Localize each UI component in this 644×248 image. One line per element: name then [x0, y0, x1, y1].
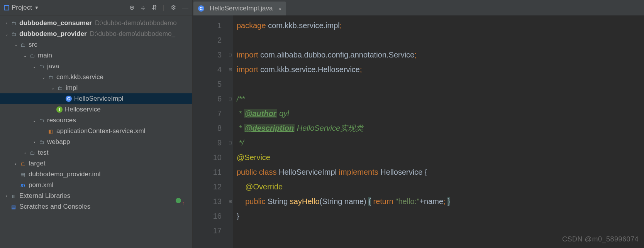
close-icon[interactable]: × [278, 5, 281, 12]
fold-mark[interactable] [227, 165, 233, 179]
folder-icon: 🗀 [29, 52, 36, 59]
folder-icon: 🗀 [29, 149, 36, 156]
twisty-icon[interactable]: › [22, 151, 29, 155]
project-label: Project [12, 4, 32, 12]
locate-icon[interactable]: ⊕ [129, 4, 134, 11]
code-line[interactable]: */ [237, 135, 644, 150]
twisty-icon[interactable]: › [3, 194, 10, 198]
tree-row[interactable]: ⌄🗀resources [0, 115, 192, 126]
line-gutter[interactable]: 12345678910111213↑1617 [193, 15, 227, 248]
tree-row[interactable]: ⌄🗀impl [0, 83, 192, 93]
code-line[interactable]: /** [237, 91, 644, 106]
tree-row[interactable]: ⌄🗀main [0, 50, 192, 61]
tree-row[interactable]: ⌄🗀com.kkb.service [0, 72, 192, 83]
hide-icon[interactable]: — [182, 4, 188, 11]
fold-mark[interactable]: ⊟ [227, 62, 233, 77]
tree-label: target [29, 160, 45, 167]
tree-label: java [47, 62, 59, 70]
folder-icon: 🗀 [19, 41, 26, 48]
fold-mark[interactable]: ⊟ [227, 135, 233, 150]
code-line[interactable]: package com.kkb.service.impl; [237, 18, 644, 33]
tree-row[interactable]: ◧applicationContext-service.xml [0, 126, 192, 137]
tree-label: webapp [47, 138, 70, 146]
twisty-icon[interactable]: › [12, 162, 19, 166]
fold-mark[interactable] [227, 106, 233, 121]
fold-mark[interactable] [227, 150, 233, 165]
collapse-icon[interactable]: ≑ [141, 4, 146, 11]
code-line[interactable] [237, 33, 644, 47]
code-line[interactable]: } [237, 209, 644, 223]
tree-label: Scratches and Consoles [19, 203, 90, 211]
line-number: 5 [193, 77, 222, 91]
project-tree[interactable]: ›🗀dubbodemo_consumerD:\dubbo-demo\dubbod… [0, 15, 192, 248]
project-tool-button[interactable]: Project ▼ [4, 4, 39, 12]
tree-row[interactable]: ▤dubbodemo_provider.iml [0, 169, 192, 180]
fold-mark[interactable] [227, 179, 233, 194]
line-number: 2 [193, 33, 222, 47]
tree-row[interactable]: ›🗀webapp [0, 137, 192, 147]
tree-label: src [29, 41, 37, 49]
class-icon: C [198, 5, 204, 12]
code-line[interactable]: * @description HelloService实现类 [237, 121, 644, 135]
fold-mark[interactable] [227, 18, 233, 33]
twisty-icon[interactable]: ⌄ [40, 75, 47, 79]
fold-mark[interactable] [227, 121, 233, 135]
editor-tab[interactable]: C HelloServiceImpl.java × [193, 2, 286, 15]
fold-mark[interactable]: ⊟ [227, 91, 233, 106]
tree-row[interactable]: ⌄🗀java [0, 61, 192, 72]
twisty-icon[interactable]: › [31, 140, 38, 144]
code-line[interactable]: import com.alibaba.dubbo.config.annotati… [237, 47, 644, 62]
twisty-icon[interactable]: › [3, 21, 10, 25]
twisty-icon[interactable]: ⌄ [31, 118, 38, 123]
folder-icon: 🗀 [19, 160, 26, 167]
fold-mark[interactable]: ⊞ [227, 194, 233, 209]
twisty-icon[interactable]: ⌄ [31, 64, 38, 69]
tree-row[interactable]: mpom.xml [0, 180, 192, 191]
line-number: 13↑ [193, 194, 222, 209]
sidebar-header: Project ▼ ⊕ ≑ ⇵ | ⚙ — [0, 0, 192, 15]
expand-icon[interactable]: ⇵ [152, 4, 157, 11]
sidebar-toolbar: ⊕ ≑ ⇵ | ⚙ — [129, 4, 188, 11]
twisty-icon[interactable]: ⌄ [22, 54, 29, 58]
code-line[interactable]: public String sayHello(String name) { re… [237, 194, 644, 209]
twisty-icon[interactable]: ⌄ [12, 43, 19, 47]
tree-row[interactable]: ▤Scratches and Consoles [0, 201, 192, 212]
tree-label: test [38, 149, 48, 157]
line-number: 17 [193, 223, 222, 238]
tree-row[interactable]: ›🗀test [0, 147, 192, 158]
code-line[interactable] [237, 77, 644, 91]
editor-tabbar: C HelloServiceImpl.java × [193, 0, 644, 15]
line-number: 7 [193, 106, 222, 121]
twisty-icon[interactable]: ⌄ [49, 86, 56, 90]
fold-mark[interactable] [227, 33, 233, 47]
override-up-icon: ↑ [182, 196, 185, 211]
package-icon: 🗀 [56, 84, 63, 91]
gear-icon[interactable]: ⚙ [171, 4, 176, 11]
tree-row[interactable]: ›🗀target [0, 158, 192, 169]
tree-label: impl [66, 84, 78, 92]
web-folder-icon: 🗀 [38, 138, 45, 145]
tree-row[interactable]: ⌄🗀dubbodemo_providerD:\dubbo-demo\dubbod… [0, 29, 192, 39]
fold-mark[interactable] [227, 77, 233, 91]
line-number: 3 [193, 47, 222, 62]
tree-label: resources [47, 116, 76, 124]
twisty-icon[interactable]: ⌄ [3, 32, 10, 36]
tree-row[interactable]: ⌄🗀src [0, 39, 192, 50]
line-number: 4 [193, 62, 222, 77]
fold-mark[interactable] [227, 209, 233, 223]
tree-row[interactable]: IHelloservice [0, 104, 192, 115]
package-icon: 🗀 [47, 74, 54, 81]
code-line[interactable]: public class HelloServiceImpl implements… [237, 165, 644, 179]
code-line[interactable]: * @author qyl [237, 106, 644, 121]
tree-row[interactable]: ›⫼External Libraries [0, 191, 192, 201]
code-line[interactable]: @Override [237, 179, 644, 194]
fold-mark[interactable] [227, 223, 233, 238]
tree-row[interactable]: ›🗀dubbodemo_consumerD:\dubbo-demo\dubbod… [0, 18, 192, 29]
tree-label: pom.xml [29, 181, 53, 189]
tree-row[interactable]: CHelloServiceImpl [0, 93, 192, 104]
code-line[interactable]: import com.kkb.service.Helloservice; [237, 62, 644, 77]
code-text[interactable]: package com.kkb.service.impl;import com.… [233, 15, 644, 248]
code-line[interactable]: @Service [237, 150, 644, 165]
fold-mark[interactable]: ⊟ [227, 47, 233, 62]
fold-gutter[interactable]: ⊟⊟⊟⊟⊞ [227, 15, 233, 248]
